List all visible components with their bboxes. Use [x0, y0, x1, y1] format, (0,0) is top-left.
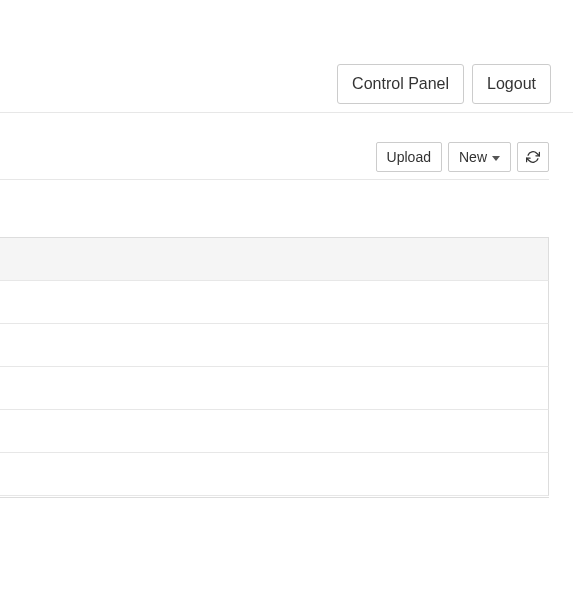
table-row[interactable] — [0, 324, 549, 367]
caret-down-icon — [492, 156, 500, 161]
file-list-table — [0, 237, 549, 496]
upload-button[interactable]: Upload — [376, 142, 442, 172]
refresh-button[interactable] — [517, 142, 549, 172]
table-row[interactable] — [0, 367, 549, 410]
toolbar-divider — [0, 179, 549, 180]
table-bottom-border — [0, 497, 549, 498]
top-nav-buttons: Control Panel Logout — [337, 64, 551, 104]
new-button-label: New — [459, 149, 487, 165]
logout-button[interactable]: Logout — [472, 64, 551, 104]
top-navigation: Control Panel Logout — [0, 0, 573, 113]
table-header-row — [0, 237, 549, 281]
action-buttons: Upload New — [376, 142, 549, 172]
new-button[interactable]: New — [448, 142, 511, 172]
control-panel-button[interactable]: Control Panel — [337, 64, 464, 104]
table-row[interactable] — [0, 453, 549, 496]
toolbar-area: Upload New — [0, 113, 573, 180]
table-row[interactable] — [0, 410, 549, 453]
table-row[interactable] — [0, 281, 549, 324]
upload-button-label: Upload — [387, 149, 431, 165]
refresh-icon — [526, 150, 540, 164]
